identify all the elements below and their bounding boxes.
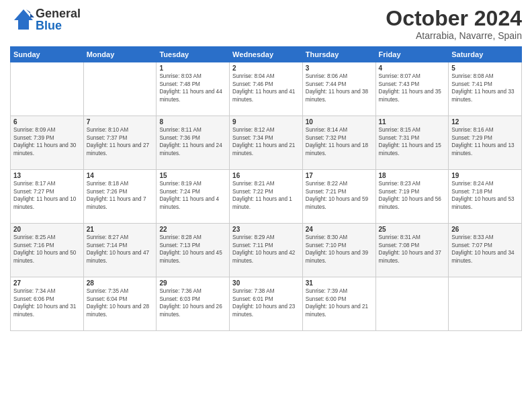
day-info: Sunrise: 8:17 AM Sunset: 7:27 PM Dayligh… bbox=[13, 180, 81, 211]
day-info: Sunrise: 8:08 AM Sunset: 7:41 PM Dayligh… bbox=[451, 73, 519, 103]
day-cell: 14Sunrise: 8:18 AM Sunset: 7:26 PM Dayli… bbox=[83, 170, 157, 224]
day-cell: 4Sunrise: 8:07 AM Sunset: 7:43 PM Daylig… bbox=[375, 62, 449, 116]
day-cell: 23Sunrise: 8:29 AM Sunset: 7:11 PM Dayli… bbox=[230, 224, 303, 277]
day-cell: 15Sunrise: 8:19 AM Sunset: 7:24 PM Dayli… bbox=[157, 170, 230, 224]
week-row-3: 13Sunrise: 8:17 AM Sunset: 7:27 PM Dayli… bbox=[11, 170, 522, 224]
day-cell bbox=[449, 277, 522, 331]
day-cell: 16Sunrise: 8:21 AM Sunset: 7:22 PM Dayli… bbox=[230, 170, 303, 224]
day-cell bbox=[83, 62, 157, 116]
day-info: Sunrise: 8:28 AM Sunset: 7:13 PM Dayligh… bbox=[159, 234, 226, 265]
day-number: 24 bbox=[306, 226, 373, 233]
day-cell: 21Sunrise: 8:27 AM Sunset: 7:14 PM Dayli… bbox=[83, 224, 157, 277]
header: General Blue October 2024 Atarrabia, Nav… bbox=[10, 7, 522, 41]
day-cell: 13Sunrise: 8:17 AM Sunset: 7:27 PM Dayli… bbox=[11, 170, 84, 224]
day-info: Sunrise: 8:06 AM Sunset: 7:44 PM Dayligh… bbox=[306, 73, 373, 103]
day-number: 19 bbox=[451, 172, 519, 179]
column-header-friday: Friday bbox=[375, 47, 449, 62]
day-cell: 29Sunrise: 7:36 AM Sunset: 6:03 PM Dayli… bbox=[157, 277, 230, 331]
day-number: 14 bbox=[87, 172, 154, 179]
calendar-page: General Blue October 2024 Atarrabia, Nav… bbox=[0, 0, 532, 411]
calendar-table: SundayMondayTuesdayWednesdayThursdayFrid… bbox=[10, 46, 522, 331]
day-info: Sunrise: 8:16 AM Sunset: 7:29 PM Dayligh… bbox=[451, 126, 519, 157]
day-number: 26 bbox=[451, 226, 519, 233]
column-header-monday: Monday bbox=[83, 47, 157, 62]
day-cell: 27Sunrise: 7:34 AM Sunset: 6:06 PM Dayli… bbox=[11, 277, 84, 331]
month-title: October 2024 bbox=[386, 7, 522, 30]
day-cell: 5Sunrise: 8:08 AM Sunset: 7:41 PM Daylig… bbox=[449, 62, 522, 116]
column-header-thursday: Thursday bbox=[302, 47, 375, 62]
day-info: Sunrise: 8:14 AM Sunset: 7:32 PM Dayligh… bbox=[306, 126, 373, 157]
day-cell: 12Sunrise: 8:16 AM Sunset: 7:29 PM Dayli… bbox=[449, 116, 522, 170]
day-cell bbox=[11, 62, 84, 116]
day-cell: 19Sunrise: 8:24 AM Sunset: 7:18 PM Dayli… bbox=[449, 170, 522, 224]
day-cell: 18Sunrise: 8:23 AM Sunset: 7:19 PM Dayli… bbox=[375, 170, 449, 224]
title-section: October 2024 Atarrabia, Navarre, Spain bbox=[386, 7, 522, 41]
day-cell: 28Sunrise: 7:35 AM Sunset: 6:04 PM Dayli… bbox=[83, 277, 157, 331]
day-cell: 7Sunrise: 8:10 AM Sunset: 7:37 PM Daylig… bbox=[83, 116, 157, 170]
day-number: 30 bbox=[232, 279, 300, 287]
day-number: 9 bbox=[232, 118, 300, 126]
day-number: 31 bbox=[306, 279, 373, 287]
day-number: 21 bbox=[87, 226, 154, 233]
day-number: 2 bbox=[232, 64, 300, 72]
day-info: Sunrise: 8:11 AM Sunset: 7:36 PM Dayligh… bbox=[159, 126, 226, 157]
day-info: Sunrise: 8:03 AM Sunset: 7:48 PM Dayligh… bbox=[159, 73, 226, 103]
day-info: Sunrise: 8:04 AM Sunset: 7:46 PM Dayligh… bbox=[232, 73, 300, 103]
day-number: 12 bbox=[451, 118, 519, 126]
logo-general: General bbox=[36, 7, 81, 19]
day-info: Sunrise: 7:38 AM Sunset: 6:01 PM Dayligh… bbox=[232, 287, 300, 318]
day-info: Sunrise: 8:29 AM Sunset: 7:11 PM Dayligh… bbox=[232, 234, 300, 265]
day-number: 23 bbox=[232, 226, 300, 233]
day-cell: 11Sunrise: 8:15 AM Sunset: 7:31 PM Dayli… bbox=[375, 116, 449, 170]
day-number: 1 bbox=[159, 64, 226, 72]
day-cell: 30Sunrise: 7:38 AM Sunset: 6:01 PM Dayli… bbox=[230, 277, 303, 331]
day-info: Sunrise: 8:31 AM Sunset: 7:08 PM Dayligh… bbox=[379, 234, 446, 265]
week-row-5: 27Sunrise: 7:34 AM Sunset: 6:06 PM Dayli… bbox=[11, 277, 522, 331]
logo-text: General Blue bbox=[36, 7, 81, 32]
day-number: 22 bbox=[159, 226, 226, 233]
day-cell: 20Sunrise: 8:25 AM Sunset: 7:16 PM Dayli… bbox=[11, 224, 84, 277]
day-info: Sunrise: 8:30 AM Sunset: 7:10 PM Dayligh… bbox=[306, 234, 373, 265]
day-cell: 8Sunrise: 8:11 AM Sunset: 7:36 PM Daylig… bbox=[157, 116, 230, 170]
day-info: Sunrise: 7:39 AM Sunset: 6:00 PM Dayligh… bbox=[306, 287, 373, 318]
day-number: 28 bbox=[87, 279, 154, 287]
day-cell: 9Sunrise: 8:12 AM Sunset: 7:34 PM Daylig… bbox=[230, 116, 303, 170]
column-header-saturday: Saturday bbox=[449, 47, 522, 62]
day-number: 8 bbox=[159, 118, 226, 126]
day-number: 25 bbox=[379, 226, 446, 233]
day-info: Sunrise: 8:27 AM Sunset: 7:14 PM Dayligh… bbox=[87, 234, 154, 265]
day-info: Sunrise: 8:21 AM Sunset: 7:22 PM Dayligh… bbox=[232, 180, 300, 211]
day-number: 16 bbox=[232, 172, 300, 179]
day-info: Sunrise: 8:33 AM Sunset: 7:07 PM Dayligh… bbox=[451, 234, 519, 265]
day-cell: 25Sunrise: 8:31 AM Sunset: 7:08 PM Dayli… bbox=[375, 224, 449, 277]
column-header-wednesday: Wednesday bbox=[230, 47, 303, 62]
day-info: Sunrise: 8:18 AM Sunset: 7:26 PM Dayligh… bbox=[87, 180, 154, 211]
day-cell: 1Sunrise: 8:03 AM Sunset: 7:48 PM Daylig… bbox=[157, 62, 230, 116]
day-info: Sunrise: 7:34 AM Sunset: 6:06 PM Dayligh… bbox=[13, 287, 81, 318]
day-number: 20 bbox=[13, 226, 81, 233]
day-number: 7 bbox=[87, 118, 154, 126]
day-info: Sunrise: 8:07 AM Sunset: 7:43 PM Dayligh… bbox=[379, 73, 446, 103]
day-number: 10 bbox=[306, 118, 373, 126]
day-cell bbox=[375, 277, 449, 331]
day-cell: 26Sunrise: 8:33 AM Sunset: 7:07 PM Dayli… bbox=[449, 224, 522, 277]
day-number: 6 bbox=[13, 118, 81, 126]
day-info: Sunrise: 8:10 AM Sunset: 7:37 PM Dayligh… bbox=[87, 126, 154, 157]
day-cell: 22Sunrise: 8:28 AM Sunset: 7:13 PM Dayli… bbox=[157, 224, 230, 277]
day-cell: 17Sunrise: 8:22 AM Sunset: 7:21 PM Dayli… bbox=[302, 170, 375, 224]
day-cell: 2Sunrise: 8:04 AM Sunset: 7:46 PM Daylig… bbox=[230, 62, 303, 116]
day-number: 3 bbox=[306, 64, 373, 72]
day-info: Sunrise: 8:15 AM Sunset: 7:31 PM Dayligh… bbox=[379, 126, 446, 157]
day-number: 5 bbox=[451, 64, 519, 72]
day-number: 13 bbox=[13, 172, 81, 179]
day-cell: 6Sunrise: 8:09 AM Sunset: 7:39 PM Daylig… bbox=[11, 116, 84, 170]
day-number: 4 bbox=[379, 64, 446, 72]
day-info: Sunrise: 8:23 AM Sunset: 7:19 PM Dayligh… bbox=[379, 180, 446, 211]
day-info: Sunrise: 8:22 AM Sunset: 7:21 PM Dayligh… bbox=[306, 180, 373, 211]
day-info: Sunrise: 7:36 AM Sunset: 6:03 PM Dayligh… bbox=[159, 287, 226, 318]
day-info: Sunrise: 8:12 AM Sunset: 7:34 PM Dayligh… bbox=[232, 126, 300, 157]
logo: General Blue bbox=[10, 7, 81, 32]
column-header-sunday: Sunday bbox=[11, 47, 84, 62]
column-header-tuesday: Tuesday bbox=[157, 47, 230, 62]
day-info: Sunrise: 7:35 AM Sunset: 6:04 PM Dayligh… bbox=[87, 287, 154, 318]
